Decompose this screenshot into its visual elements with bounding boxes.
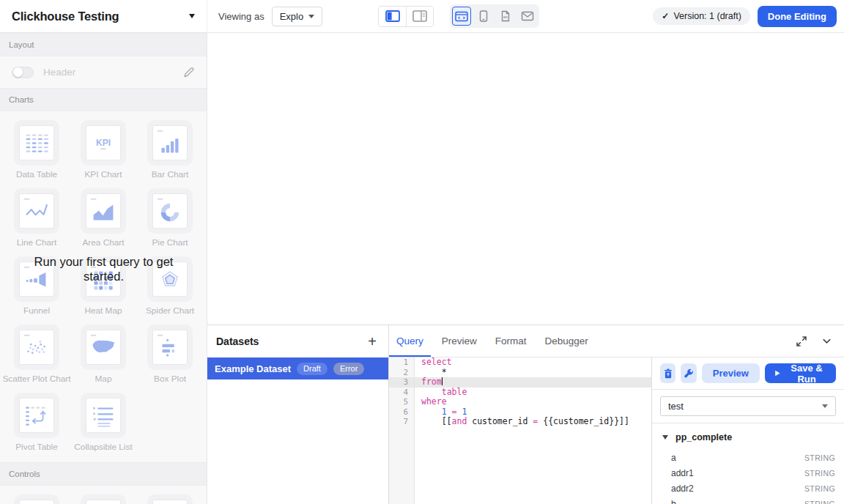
schema-table-name: pp_complete <box>675 432 732 442</box>
chart-item-bar-chart[interactable]: Bar Chart <box>137 120 204 179</box>
chart-label: Scatter Plot Chart <box>2 374 70 384</box>
expand-panel-button[interactable] <box>796 336 807 347</box>
chart-label: Area Chart <box>82 237 124 248</box>
tab-debugger[interactable]: Debugger <box>538 325 596 357</box>
version-label: Version: 1 (draft) <box>673 11 741 21</box>
viewing-as-value: Explo <box>280 11 304 22</box>
code-line: 6 1 = 1 <box>389 407 651 418</box>
control-icon <box>14 494 59 504</box>
control-icon <box>147 494 193 504</box>
chart-item-map[interactable]: Map <box>70 325 137 384</box>
chart-item-pie-chart[interactable]: Pie Chart <box>137 188 204 248</box>
chart-item-area-chart[interactable]: Area Chart <box>70 188 137 248</box>
data-table-icon <box>14 120 59 166</box>
add-dataset-button[interactable]: + <box>365 336 380 347</box>
control-item[interactable] <box>4 494 70 504</box>
left-panel-toggle[interactable] <box>379 7 406 26</box>
section-header-controls: Controls <box>0 462 207 486</box>
schema-field-addr2[interactable]: addr2STRING <box>662 481 835 496</box>
box-plot-icon <box>147 325 193 370</box>
field-name: addr2 <box>671 483 694 494</box>
header-toggle[interactable] <box>12 67 34 78</box>
viewing-as-select[interactable]: Explo <box>272 7 323 26</box>
field-type: STRING <box>804 484 835 493</box>
chart-label: Box Plot <box>154 374 186 384</box>
toggle-knob <box>13 67 23 77</box>
edit-header-button[interactable] <box>182 66 195 78</box>
right-panel-toggle[interactable] <box>406 7 433 26</box>
delete-query-button[interactable] <box>660 363 675 383</box>
section-label: Layout <box>9 40 34 49</box>
chart-item-data-table[interactable]: Data Table <box>4 120 70 179</box>
code-line: 5where <box>389 397 651 407</box>
email-preview-button[interactable] <box>518 7 537 26</box>
schema-field-addr1[interactable]: addr1STRING <box>662 465 835 481</box>
chevron-down-icon <box>189 14 195 18</box>
collapsible-list-icon <box>81 393 126 438</box>
chart-item-box-plot[interactable]: Box Plot <box>137 325 204 384</box>
control-item[interactable] <box>137 494 204 504</box>
chart-item-line-chart[interactable]: Line Chart <box>4 188 70 248</box>
schema-field-a[interactable]: aSTRING <box>662 450 835 465</box>
chart-label: Pie Chart <box>152 237 188 248</box>
topbar-right: ✓ Version: 1 (draft) Done Editing <box>653 6 844 27</box>
schema-table-row[interactable]: pp_complete <box>662 432 835 442</box>
datasets-panel: Datasets + Example DatasetDraftError <box>207 325 389 504</box>
editor-region: QueryPreviewFormatDebugger 1select2 *3fr… <box>389 325 844 504</box>
chart-item-kpi-chart[interactable]: KPIKPI Chart <box>70 120 137 179</box>
code-line: 4 table <box>389 388 651 398</box>
editor-tabs-row: QueryPreviewFormatDebugger <box>389 325 844 357</box>
chart-label: Line Chart <box>17 237 56 248</box>
chart-label: Spider Chart <box>146 305 194 316</box>
header-toggle-label: Header <box>43 67 75 78</box>
trash-icon <box>662 368 674 379</box>
tab-query[interactable]: Query <box>389 325 431 357</box>
chevron-down-icon <box>821 336 832 346</box>
sql-editor[interactable]: 1select2 *3from4 table5where6 1 = 17 [[a… <box>389 357 651 504</box>
bottom-panel: Datasets + Example DatasetDraftError Que… <box>207 325 844 504</box>
controls-grid <box>0 486 207 504</box>
dataset-item-example-dataset[interactable]: Example DatasetDraftError <box>207 357 388 379</box>
table-select[interactable]: test <box>660 396 836 416</box>
control-item[interactable] <box>70 494 137 504</box>
bar-chart-icon <box>147 120 193 166</box>
version-badge[interactable]: ✓ Version: 1 (draft) <box>653 7 749 25</box>
section-header-charts: Charts <box>0 88 207 111</box>
schema-field-b[interactable]: bSTRING <box>662 496 835 504</box>
chart-label: Funnel <box>23 305 50 316</box>
tab-preview[interactable]: Preview <box>434 325 484 357</box>
table-select-value: test <box>668 401 684 412</box>
chart-label: Collapsible List <box>74 442 132 452</box>
save-and-run-button[interactable]: Save & Run <box>765 363 836 383</box>
left-panel-icon <box>385 10 400 22</box>
field-type: STRING <box>804 469 835 478</box>
sql-code: 1select2 *3from4 table5where6 1 = 17 [[a… <box>389 357 651 504</box>
save-and-run-label: Save & Run <box>786 363 827 385</box>
section-label: Charts <box>9 95 34 104</box>
chart-item-collapsible-list[interactable]: Collapsible List <box>70 393 137 452</box>
field-name: a <box>671 453 676 463</box>
field-name: b <box>671 499 676 504</box>
chart-item-scatter-plot-chart[interactable]: Scatter Plot Chart <box>4 325 70 384</box>
pie-chart-icon <box>147 188 193 234</box>
collapse-panel-button[interactable] <box>821 336 832 346</box>
text-cursor <box>442 377 443 385</box>
preview-query-button[interactable]: Preview <box>702 363 760 383</box>
chart-item-pivot-table[interactable]: Pivot Table <box>4 393 70 452</box>
tab-format[interactable]: Format <box>488 325 534 357</box>
chart-label: Data Table <box>16 169 57 179</box>
phone-icon <box>477 10 490 22</box>
desktop-preview-button[interactable] <box>452 7 471 26</box>
field-name: addr1 <box>671 468 694 478</box>
pdf-preview-button[interactable] <box>496 7 515 26</box>
format-query-button[interactable] <box>681 363 696 383</box>
dashboard-title-dropdown[interactable]: Clickhouse Testing <box>0 0 207 32</box>
topbar: Clickhouse Testing Viewing as Explo ✓ Ve… <box>0 0 844 33</box>
done-editing-button[interactable]: Done Editing <box>758 6 837 27</box>
schema-browser: pp_complete aSTRINGaddr1STRINGaddr2STRIN… <box>652 423 844 504</box>
play-icon <box>774 368 781 378</box>
caret-down-icon <box>822 404 828 408</box>
caret-down-icon <box>662 435 668 440</box>
line-chart-icon <box>14 188 59 234</box>
mobile-preview-button[interactable] <box>474 7 493 26</box>
